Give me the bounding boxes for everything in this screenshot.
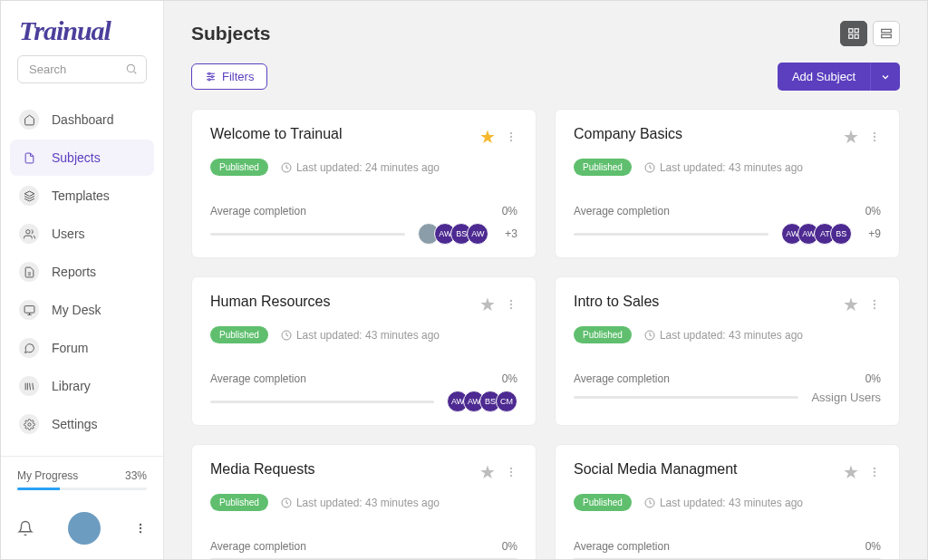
nav-item-reports[interactable]: Reports (10, 254, 154, 290)
add-subject-dropdown[interactable] (870, 63, 900, 91)
svg-line-12 (32, 382, 33, 390)
svg-rect-6 (24, 305, 34, 313)
nav-item-forum[interactable]: Forum (10, 330, 154, 366)
subject-card[interactable]: Social Media Managment★PublishedLast upd… (555, 444, 900, 559)
last-updated: Last updated: 43 minutes ago (281, 329, 440, 342)
more-menu-icon[interactable] (134, 522, 147, 535)
grid-view-toggle[interactable] (840, 21, 867, 46)
my-progress-label: My Progress (17, 469, 78, 482)
svg-point-37 (510, 300, 512, 302)
card-menu-icon[interactable] (505, 130, 517, 143)
status-badge: Published (574, 326, 632, 343)
more-count: +9 (868, 227, 881, 240)
nav-item-my-desk[interactable]: My Desk (10, 292, 154, 328)
subject-card[interactable]: Media Requests★PublishedLast updated: 43… (191, 444, 536, 559)
assign-users-link[interactable]: Assign Users (811, 391, 881, 404)
last-updated: Last updated: 43 minutes ago (644, 329, 803, 342)
card-menu-icon[interactable] (505, 298, 517, 311)
last-updated: Last updated: 24 minutes ago (281, 161, 440, 174)
status-badge: Published (210, 494, 268, 511)
nav-icon (19, 414, 39, 434)
completion-value: 0% (865, 372, 881, 385)
nav-label: Library (52, 379, 91, 393)
page-title: Subjects (191, 23, 271, 44)
completion-value: 0% (502, 540, 517, 553)
nav-icon (19, 376, 39, 396)
card-menu-icon[interactable] (505, 466, 517, 478)
svg-point-0 (127, 64, 134, 72)
card-menu-icon[interactable] (868, 466, 881, 478)
completion-bar (574, 233, 768, 236)
last-updated: Last updated: 43 minutes ago (644, 497, 803, 509)
notifications-icon[interactable] (17, 520, 34, 536)
svg-point-34 (874, 136, 875, 138)
status-badge: Published (210, 159, 268, 176)
completion-bar (574, 558, 881, 559)
completion-label: Average completion (210, 372, 306, 385)
svg-rect-17 (849, 29, 853, 33)
nav-item-library[interactable]: Library (10, 368, 154, 404)
favorite-star-icon[interactable]: ★ (843, 461, 859, 483)
brand-logo: Trainual (1, 1, 163, 55)
favorite-star-icon[interactable]: ★ (479, 294, 496, 315)
completion-label: Average completion (574, 540, 670, 553)
filters-button[interactable]: Filters (191, 63, 267, 90)
status-badge: Published (574, 159, 632, 176)
search-icon (125, 63, 138, 75)
svg-marker-2 (24, 191, 34, 196)
nav-item-settings[interactable]: Settings (10, 406, 154, 442)
completion-label: Average completion (210, 540, 306, 553)
nav-item-templates[interactable]: Templates (10, 178, 154, 214)
completion-value: 0% (502, 372, 517, 385)
svg-line-11 (29, 382, 30, 390)
nav-item-subjects[interactable]: Subjects (10, 140, 154, 176)
status-badge: Published (574, 494, 632, 511)
svg-point-39 (510, 307, 512, 309)
completion-value: 0% (865, 205, 881, 217)
svg-rect-19 (849, 34, 853, 38)
completion-label: Average completion (574, 372, 670, 385)
user-badge[interactable]: AW (467, 223, 488, 245)
nav-item-dashboard[interactable]: Dashboard (10, 101, 154, 138)
completion-bar (574, 396, 798, 399)
svg-point-28 (208, 79, 210, 81)
nav-icon (19, 148, 39, 168)
favorite-star-icon[interactable]: ★ (843, 294, 859, 315)
card-menu-icon[interactable] (868, 298, 881, 311)
card-title: Human Resources (210, 294, 331, 310)
nav-icon (19, 338, 39, 358)
more-count: +3 (505, 227, 517, 240)
nav-icon (19, 110, 39, 130)
status-badge: Published (210, 326, 268, 343)
svg-point-42 (874, 304, 875, 305)
favorite-star-icon[interactable]: ★ (479, 461, 496, 483)
add-subject-button[interactable]: Add Subject (778, 63, 870, 91)
card-title: Welcome to Trainual (210, 126, 343, 142)
nav-icon (19, 262, 39, 282)
list-view-toggle[interactable] (873, 21, 900, 46)
nav-label: Settings (52, 417, 98, 431)
user-avatar[interactable] (68, 512, 101, 545)
svg-point-27 (211, 75, 213, 77)
svg-point-16 (140, 531, 141, 533)
svg-point-35 (874, 140, 875, 141)
nav-label: Dashboard (52, 112, 114, 127)
subject-card[interactable]: Welcome to Trainual★PublishedLast update… (191, 109, 536, 258)
completion-label: Average completion (210, 205, 306, 217)
last-updated: Last updated: 43 minutes ago (281, 497, 440, 509)
svg-point-43 (874, 307, 875, 309)
nav-item-users[interactable]: Users (10, 216, 154, 252)
svg-point-3 (25, 229, 29, 233)
subject-card[interactable]: Human Resources★PublishedLast updated: 4… (191, 276, 536, 426)
subject-card[interactable]: Company Basics★PublishedLast updated: 43… (555, 109, 900, 258)
user-badge[interactable]: CM (496, 391, 517, 412)
svg-line-1 (134, 72, 136, 73)
nav-icon (19, 224, 39, 244)
favorite-star-icon[interactable]: ★ (479, 126, 496, 148)
subject-card[interactable]: Intro to Sales★PublishedLast updated: 43… (555, 276, 900, 426)
card-menu-icon[interactable] (868, 130, 881, 143)
svg-point-30 (510, 136, 512, 138)
favorite-star-icon[interactable]: ★ (843, 126, 859, 148)
user-badge[interactable]: BS (830, 223, 852, 245)
svg-point-29 (510, 132, 512, 134)
